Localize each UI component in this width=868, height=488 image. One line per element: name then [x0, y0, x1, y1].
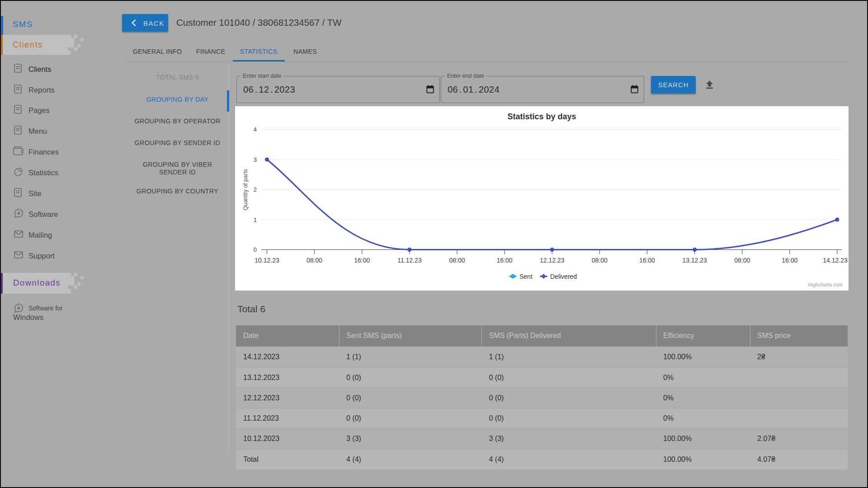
svg-text:4: 4	[254, 126, 257, 133]
svg-text:Quantity of parts: Quantity of parts	[242, 169, 249, 211]
svg-text:1: 1	[254, 216, 257, 223]
svg-text:13.12.23: 13.12.23	[682, 257, 707, 264]
svg-text:Sent: Sent	[519, 273, 533, 280]
svg-text:11.12.23: 11.12.23	[397, 257, 422, 264]
svg-text:08:00: 08:00	[307, 257, 322, 264]
svg-text:08:00: 08:00	[734, 257, 750, 264]
svg-text:16:00: 16:00	[782, 257, 797, 264]
svg-text:08:00: 08:00	[592, 257, 608, 264]
svg-text:16:00: 16:00	[639, 257, 655, 264]
svg-text:Delivered: Delivered	[550, 273, 577, 280]
svg-text:14.12.23: 14.12.23	[823, 257, 848, 264]
svg-text:08:00: 08:00	[449, 257, 465, 264]
svg-text:12.12.23: 12.12.23	[540, 257, 565, 264]
svg-text:0: 0	[254, 246, 257, 253]
svg-text:10.12.23: 10.12.23	[255, 257, 279, 264]
svg-text:16:00: 16:00	[497, 257, 513, 264]
svg-text:2: 2	[254, 186, 257, 193]
svg-text:16:00: 16:00	[354, 257, 370, 264]
svg-text:Highcharts.com: Highcharts.com	[808, 282, 843, 287]
svg-text:3: 3	[254, 156, 257, 163]
